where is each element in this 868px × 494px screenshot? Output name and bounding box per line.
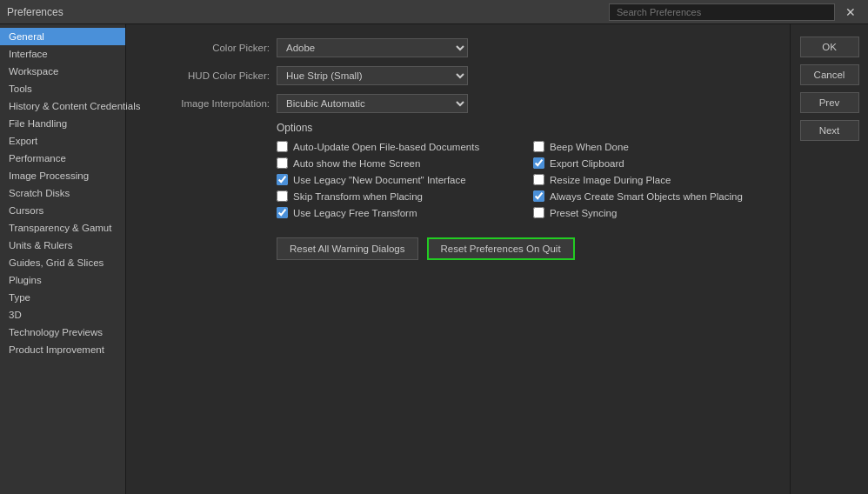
- option-beep-when-done-checkbox[interactable]: [533, 141, 544, 152]
- content-area: Color Picker: Adobe HUD Color Picker: Hu…: [126, 24, 790, 494]
- option-use-legacy-free[interactable]: Use Legacy Free Transform: [277, 207, 516, 218]
- hud-color-picker-select[interactable]: Hue Strip (Small): [277, 66, 468, 85]
- sidebar-item-interface[interactable]: Interface: [0, 45, 125, 63]
- color-picker-select[interactable]: Adobe: [277, 38, 468, 57]
- hud-color-picker-label: HUD Color Picker:: [144, 70, 270, 81]
- sidebar-item-transparency[interactable]: Transparency & Gamut: [0, 219, 125, 237]
- reset-preferences-button[interactable]: Reset Preferences On Quit: [427, 237, 575, 260]
- sidebar-item-general[interactable]: General: [0, 28, 125, 45]
- dialog-title: Preferences: [7, 6, 63, 18]
- options-grid: Auto-Update Open File-based Documents Be…: [277, 141, 772, 218]
- option-use-legacy-free-checkbox[interactable]: [277, 207, 288, 218]
- option-resize-image-checkbox[interactable]: [533, 174, 544, 185]
- option-preset-syncing[interactable]: Preset Syncing: [533, 207, 772, 218]
- option-always-create-smart[interactable]: Always Create Smart Objects when Placing: [533, 190, 772, 202]
- color-picker-row: Color Picker: Adobe: [144, 38, 772, 57]
- options-title: Options: [277, 122, 772, 134]
- option-export-clipboard[interactable]: Export Clipboard: [533, 157, 772, 169]
- next-button[interactable]: Next: [800, 120, 859, 141]
- options-section: Options Auto-Update Open File-based Docu…: [277, 122, 772, 218]
- sidebar-item-3d[interactable]: 3D: [0, 306, 125, 324]
- option-preset-syncing-label: Preset Syncing: [550, 208, 617, 218]
- buttons-row: Reset All Warning Dialogs Reset Preferen…: [277, 237, 772, 260]
- option-skip-transform-checkbox[interactable]: [277, 190, 288, 202]
- sidebar-item-guides[interactable]: Guides, Grid & Slices: [0, 254, 125, 271]
- sidebar-item-export[interactable]: Export: [0, 132, 125, 150]
- option-auto-update-checkbox[interactable]: [277, 141, 288, 152]
- hud-color-picker-row: HUD Color Picker: Hue Strip (Small): [144, 66, 772, 85]
- title-bar-right: ✕: [609, 3, 861, 21]
- option-beep-when-done-label: Beep When Done: [550, 142, 629, 152]
- option-auto-show-home-label: Auto show the Home Screen: [293, 158, 420, 169]
- cancel-button[interactable]: Cancel: [800, 64, 859, 85]
- sidebar-item-tech-previews[interactable]: Technology Previews: [0, 324, 125, 341]
- option-auto-update[interactable]: Auto-Update Open File-based Documents: [277, 141, 516, 152]
- sidebar-item-history[interactable]: History & Content Credentials: [0, 97, 125, 115]
- sidebar-item-units[interactable]: Units & Rulers: [0, 237, 125, 254]
- option-skip-transform[interactable]: Skip Transform when Placing: [277, 190, 516, 202]
- option-use-legacy-new-doc[interactable]: Use Legacy "New Document" Interface: [277, 174, 516, 185]
- sidebar-item-scratch-disks[interactable]: Scratch Disks: [0, 184, 125, 202]
- option-auto-show-home[interactable]: Auto show the Home Screen: [277, 157, 516, 169]
- sidebar-item-image-processing[interactable]: Image Processing: [0, 167, 125, 184]
- sidebar-item-file-handling[interactable]: File Handling: [0, 115, 125, 132]
- color-picker-label: Color Picker:: [144, 43, 270, 53]
- reset-warning-button[interactable]: Reset All Warning Dialogs: [277, 237, 418, 260]
- sidebar-item-plugins[interactable]: Plugins: [0, 271, 125, 289]
- option-use-legacy-free-label: Use Legacy Free Transform: [293, 208, 417, 218]
- option-preset-syncing-checkbox[interactable]: [533, 207, 544, 218]
- option-resize-image[interactable]: Resize Image During Place: [533, 174, 772, 185]
- close-button[interactable]: ✕: [840, 3, 861, 21]
- image-interpolation-label: Image Interpolation:: [144, 98, 270, 109]
- option-use-legacy-new-doc-label: Use Legacy "New Document" Interface: [293, 175, 466, 185]
- sidebar-item-type[interactable]: Type: [0, 289, 125, 306]
- option-always-create-smart-checkbox[interactable]: [533, 190, 544, 202]
- main-layout: General Interface Workspace Tools Histor…: [0, 24, 868, 494]
- option-auto-show-home-checkbox[interactable]: [277, 157, 288, 169]
- sidebar-item-product-improvement[interactable]: Product Improvement: [0, 341, 125, 358]
- image-interpolation-row: Image Interpolation: Bicubic Automatic: [144, 94, 772, 113]
- sidebar: General Interface Workspace Tools Histor…: [0, 24, 126, 494]
- option-auto-update-label: Auto-Update Open File-based Documents: [293, 142, 479, 152]
- ok-button[interactable]: OK: [800, 37, 859, 57]
- title-bar: Preferences ✕: [0, 0, 868, 24]
- sidebar-item-tools[interactable]: Tools: [0, 80, 125, 97]
- option-beep-when-done[interactable]: Beep When Done: [533, 141, 772, 152]
- right-panel: OK Cancel Prev Next: [790, 24, 868, 494]
- option-skip-transform-label: Skip Transform when Placing: [293, 191, 423, 202]
- sidebar-item-workspace[interactable]: Workspace: [0, 63, 125, 80]
- search-input[interactable]: [609, 3, 835, 21]
- option-resize-image-label: Resize Image During Place: [550, 175, 671, 185]
- prev-button[interactable]: Prev: [800, 92, 859, 113]
- option-always-create-smart-label: Always Create Smart Objects when Placing: [550, 191, 743, 202]
- sidebar-item-performance[interactable]: Performance: [0, 150, 125, 167]
- image-interpolation-select[interactable]: Bicubic Automatic: [277, 94, 468, 113]
- option-export-clipboard-label: Export Clipboard: [550, 158, 624, 169]
- sidebar-item-cursors[interactable]: Cursors: [0, 202, 125, 219]
- option-use-legacy-new-doc-checkbox[interactable]: [277, 174, 288, 185]
- option-export-clipboard-checkbox[interactable]: [533, 157, 544, 169]
